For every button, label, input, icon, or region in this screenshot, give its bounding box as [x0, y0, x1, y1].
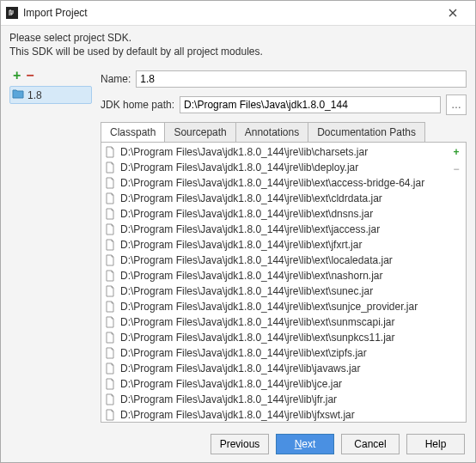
previous-button[interactable]: Previous [211, 434, 269, 454]
classpath-entry-path: D:\Program Files\Java\jdk1.8.0_144\jre\l… [120, 223, 380, 235]
classpath-entry[interactable]: D:\Program Files\Java\jdk1.8.0_144\jre\l… [105, 392, 443, 407]
classpath-entry[interactable]: D:\Program Files\Java\jdk1.8.0_144\jre\l… [105, 175, 443, 191]
detail-tabs: Classpath Sourcepath Annotations Documen… [101, 122, 467, 142]
jar-file-icon [105, 254, 115, 266]
classpath-tools: + − [447, 143, 466, 422]
jar-file-icon [105, 161, 115, 174]
folder-icon [12, 88, 24, 101]
classpath-entry[interactable]: D:\Program Files\Java\jdk1.8.0_144\jre\l… [105, 160, 443, 175]
classpath-entry-path: D:\Program Files\Java\jdk1.8.0_144\jre\l… [120, 254, 393, 266]
intro-line2: This SDK will be used by default by all … [9, 45, 467, 58]
jar-file-icon [105, 378, 115, 390]
classpath-entry-path: D:\Program Files\Java\jdk1.8.0_144\jre\l… [120, 161, 358, 174]
classpath-entry[interactable]: D:\Program Files\Java\jdk1.8.0_144\jre\l… [105, 314, 443, 330]
next-button[interactable]: Next [276, 434, 334, 454]
jar-file-icon [105, 301, 115, 313]
classpath-entry-path: D:\Program Files\Java\jdk1.8.0_144\jre\l… [120, 239, 362, 251]
tab-sourcepath[interactable]: Sourcepath [164, 122, 235, 142]
classpath-entry[interactable]: D:\Program Files\Java\jdk1.8.0_144\jre\l… [105, 191, 443, 206]
home-row: JDK home path: … [101, 94, 467, 115]
classpath-entry[interactable]: D:\Program Files\Java\jdk1.8.0_144\jre\l… [105, 253, 443, 268]
sdk-toolbar: + − [9, 67, 92, 84]
classpath-entry[interactable]: D:\Program Files\Java\jdk1.8.0_144\jre\l… [105, 376, 443, 392]
dialog-footer: Previous Next Cancel Help [1, 426, 475, 462]
tab-documentation-paths[interactable]: Documentation Paths [308, 122, 425, 142]
classpath-entry[interactable]: D:\Program Files\Java\jdk1.8.0_144\jre\l… [105, 361, 443, 376]
close-button[interactable] [436, 1, 470, 25]
remove-sdk-button[interactable]: − [26, 69, 34, 82]
jar-file-icon [105, 347, 115, 359]
tab-classpath[interactable]: Classpath [101, 122, 165, 142]
classpath-entry[interactable]: D:\Program Files\Java\jdk1.8.0_144\jre\l… [105, 237, 443, 253]
home-label: JDK home path: [101, 99, 174, 111]
browse-button[interactable]: … [446, 94, 467, 115]
classpath-entry-path: D:\Program Files\Java\jdk1.8.0_144\jre\l… [120, 409, 355, 421]
sdk-details: Name: JDK home path: … Classpath Sourcep… [101, 67, 467, 423]
name-input[interactable] [136, 70, 467, 88]
classpath-list[interactable]: D:\Program Files\Java\jdk1.8.0_144\jre\l… [101, 143, 447, 422]
classpath-entry-path: D:\Program Files\Java\jdk1.8.0_144\jre\l… [120, 270, 382, 282]
intro-line1: Please select project SDK. [9, 31, 467, 45]
window-title: Import Project [23, 7, 436, 19]
classpath-entry-path: D:\Program Files\Java\jdk1.8.0_144\jre\l… [120, 208, 373, 220]
jar-file-icon [105, 409, 115, 421]
classpath-entry-path: D:\Program Files\Java\jdk1.8.0_144\jre\l… [120, 192, 382, 204]
classpath-entry-path: D:\Program Files\Java\jdk1.8.0_144\jre\l… [120, 362, 360, 375]
jar-file-icon [105, 239, 115, 251]
classpath-entry[interactable]: D:\Program Files\Java\jdk1.8.0_144\jre\l… [105, 283, 443, 299]
jar-file-icon [105, 393, 115, 405]
add-classpath-button[interactable]: + [453, 146, 459, 158]
name-row: Name: [101, 70, 467, 88]
classpath-entry-path: D:\Program Files\Java\jdk1.8.0_144\jre\l… [120, 301, 418, 313]
classpath-entry-path: D:\Program Files\Java\jdk1.8.0_144\jre\l… [120, 177, 424, 189]
classpath-entry[interactable]: D:\Program Files\Java\jdk1.8.0_144\jre\l… [105, 407, 443, 422]
classpath-entry-path: D:\Program Files\Java\jdk1.8.0_144\jre\l… [120, 378, 342, 390]
jar-file-icon [105, 332, 115, 344]
classpath-entry-path: D:\Program Files\Java\jdk1.8.0_144\jre\l… [120, 146, 368, 158]
home-input[interactable] [180, 96, 441, 113]
jar-file-icon [105, 270, 115, 282]
classpath-entry[interactable]: D:\Program Files\Java\jdk1.8.0_144\jre\l… [105, 222, 443, 237]
remove-classpath-button: − [453, 163, 459, 175]
classpath-panel: D:\Program Files\Java\jdk1.8.0_144\jre\l… [101, 142, 467, 423]
cancel-button[interactable]: Cancel [341, 434, 400, 454]
classpath-entry-path: D:\Program Files\Java\jdk1.8.0_144\jre\l… [120, 285, 373, 297]
dialog-window: Import Project Please select project SDK… [0, 0, 476, 463]
classpath-entry[interactable]: D:\Program Files\Java\jdk1.8.0_144\jre\l… [105, 345, 443, 361]
intro-text: Please select project SDK. This SDK will… [1, 26, 475, 64]
classpath-entry[interactable]: D:\Program Files\Java\jdk1.8.0_144\jre\l… [105, 206, 443, 222]
jar-file-icon [105, 146, 115, 158]
classpath-entry-path: D:\Program Files\Java\jdk1.8.0_144\jre\l… [120, 332, 394, 344]
sdk-tree-item[interactable]: 1.8 [9, 86, 92, 104]
jar-file-icon [105, 316, 115, 328]
name-label: Name: [101, 73, 131, 85]
classpath-entry-path: D:\Program Files\Java\jdk1.8.0_144\jre\l… [120, 316, 394, 328]
classpath-entry[interactable]: D:\Program Files\Java\jdk1.8.0_144\jre\l… [105, 144, 443, 160]
help-button[interactable]: Help [406, 434, 465, 454]
close-icon [449, 9, 457, 17]
sdk-tree-label: 1.8 [27, 89, 42, 101]
next-button-rest: ext [302, 438, 315, 450]
ellipsis-icon: … [451, 99, 461, 111]
classpath-entry[interactable]: D:\Program Files\Java\jdk1.8.0_144\jre\l… [105, 330, 443, 345]
classpath-entry-path: D:\Program Files\Java\jdk1.8.0_144\jre\l… [120, 347, 367, 359]
app-icon [6, 7, 18, 19]
jar-file-icon [105, 177, 115, 189]
jar-file-icon [105, 223, 115, 235]
jar-file-icon [105, 208, 115, 220]
jar-file-icon [105, 362, 115, 375]
classpath-entry[interactable]: D:\Program Files\Java\jdk1.8.0_144\jre\l… [105, 268, 443, 283]
sdk-tree: 1.8 [9, 86, 92, 423]
add-sdk-button[interactable]: + [13, 69, 21, 82]
sdk-sidebar: + − 1.8 [9, 67, 92, 423]
main-area: + − 1.8 Name: JDK home path: [1, 64, 475, 426]
jar-file-icon [105, 285, 115, 297]
titlebar: Import Project [1, 1, 475, 26]
tab-annotations[interactable]: Annotations [235, 122, 308, 142]
jar-file-icon [105, 192, 115, 204]
classpath-entry[interactable]: D:\Program Files\Java\jdk1.8.0_144\jre\l… [105, 299, 443, 314]
classpath-entry-path: D:\Program Files\Java\jdk1.8.0_144\jre\l… [120, 393, 337, 405]
